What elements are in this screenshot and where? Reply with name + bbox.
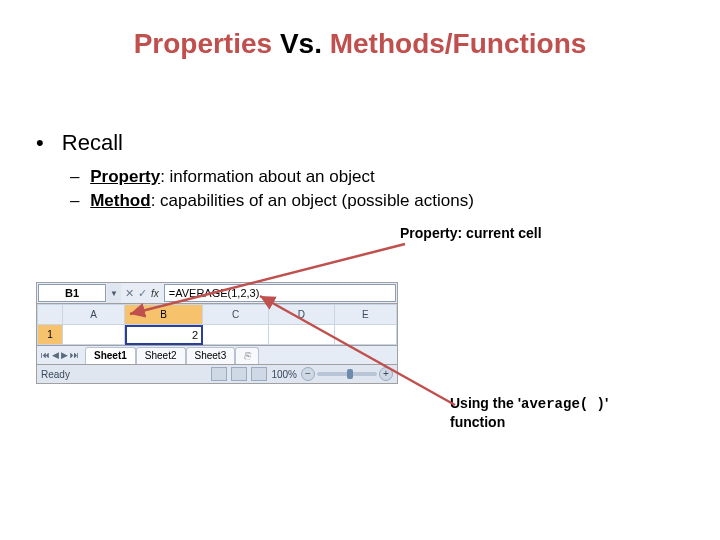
formula-input[interactable]: =AVERAGE(1,2,3) — [164, 284, 396, 302]
title-methods: Methods/Functions — [330, 28, 587, 59]
property-label: Property — [90, 167, 160, 186]
callout-avg-pre: Using the ' — [450, 395, 521, 411]
insert-sheet-icon: ⎘ — [244, 350, 250, 361]
title-vs: Vs. — [272, 28, 330, 59]
zoom-slider[interactable] — [317, 372, 377, 376]
callout-property-cell-text: Property: current cell — [400, 225, 542, 241]
zoom-in-icon[interactable]: + — [379, 367, 393, 381]
cell-d1[interactable] — [268, 325, 334, 345]
sheet-last-icon[interactable]: ⏭ — [70, 350, 79, 360]
callout-property-cell: Property: current cell — [400, 225, 560, 243]
callout-average-function: Using the 'average( )' function — [450, 395, 650, 431]
cell-a1[interactable] — [63, 325, 125, 345]
formula-bar-icons: ✕ ✓ fx — [121, 283, 163, 303]
status-bar: Ready 100% − + — [37, 364, 397, 383]
select-all-corner[interactable] — [38, 305, 63, 325]
zoom-out-icon[interactable]: − — [301, 367, 315, 381]
annotation-arrows — [0, 0, 720, 540]
title-properties: Properties — [134, 28, 273, 59]
cell-b1[interactable]: 2 — [125, 325, 203, 345]
zoom-control: − + — [301, 367, 393, 381]
name-box-dropdown-icon[interactable]: ▼ — [107, 283, 121, 303]
formula-text: =AVERAGE(1,2,3) — [169, 287, 260, 299]
subbullet-method: – Method: capabilities of an object (pos… — [70, 190, 474, 212]
sheet-tab-2-label: Sheet2 — [145, 350, 177, 361]
col-header-e[interactable]: E — [334, 305, 396, 325]
bullet-recall-text: Recall — [62, 130, 123, 155]
enter-icon[interactable]: ✓ — [138, 287, 147, 300]
sheet-prev-icon[interactable]: ◀ — [52, 350, 59, 360]
sheet-tab-bar: ⏮ ◀ ▶ ⏭ Sheet1 Sheet2 Sheet3 ⎘ — [37, 345, 397, 364]
sheet-nav: ⏮ ◀ ▶ ⏭ — [41, 350, 79, 360]
dash: – — [70, 167, 79, 186]
bullet-recall: Recall — [36, 130, 123, 156]
view-page-layout-icon[interactable] — [231, 367, 247, 381]
sheet-tab-2[interactable]: Sheet2 — [136, 347, 186, 364]
col-header-d[interactable]: D — [268, 305, 334, 325]
formula-bar: B1 ▼ ✕ ✓ fx =AVERAGE(1,2,3) — [37, 283, 397, 304]
view-normal-icon[interactable] — [211, 367, 227, 381]
slide: Properties Vs. Methods/Functions Recall … — [0, 0, 720, 540]
method-text: : capabilities of an object (possible ac… — [151, 191, 474, 210]
row-header-1[interactable]: 1 — [38, 325, 63, 345]
slide-title: Properties Vs. Methods/Functions — [0, 28, 720, 60]
sheet-first-icon[interactable]: ⏮ — [41, 350, 50, 360]
subbullet-property: – Property: information about an object — [70, 166, 375, 188]
sheet-tab-1[interactable]: Sheet1 — [85, 347, 136, 364]
property-text: : information about an object — [160, 167, 375, 186]
col-header-a[interactable]: A — [63, 305, 125, 325]
callout-avg-fn: average( ) — [521, 396, 605, 412]
fx-icon[interactable]: fx — [151, 288, 159, 299]
dash: – — [70, 191, 79, 210]
cancel-icon[interactable]: ✕ — [125, 287, 134, 300]
sheet-tab-3-label: Sheet3 — [195, 350, 227, 361]
name-box[interactable]: B1 — [38, 284, 106, 302]
cell-e1[interactable] — [334, 325, 396, 345]
sheet-tab-1-label: Sheet1 — [94, 350, 127, 361]
sheet-tab-3[interactable]: Sheet3 — [186, 347, 236, 364]
status-right: 100% − + — [211, 367, 393, 381]
cell-c1[interactable] — [203, 325, 269, 345]
col-header-b[interactable]: B — [125, 305, 203, 325]
sheet-next-icon[interactable]: ▶ — [61, 350, 68, 360]
excel-screenshot: B1 ▼ ✕ ✓ fx =AVERAGE(1,2,3) A B C D E — [36, 282, 398, 384]
view-page-break-icon[interactable] — [251, 367, 267, 381]
name-box-value: B1 — [65, 287, 79, 299]
zoom-level: 100% — [271, 369, 297, 380]
spreadsheet-grid[interactable]: A B C D E 1 2 — [37, 304, 397, 345]
status-ready: Ready — [41, 369, 70, 380]
insert-sheet-tab[interactable]: ⎘ — [235, 347, 259, 364]
method-label: Method — [90, 191, 150, 210]
col-header-c[interactable]: C — [203, 305, 269, 325]
